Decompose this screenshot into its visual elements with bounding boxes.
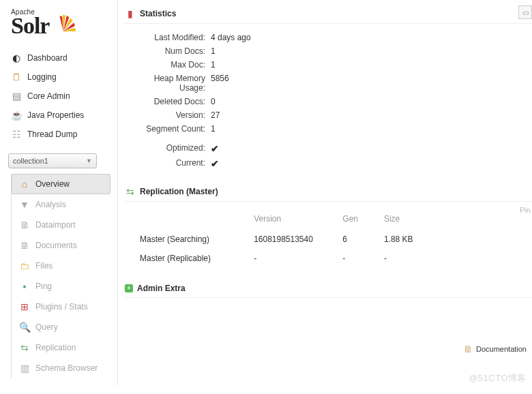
chevron-down-icon: ▼	[86, 157, 92, 164]
gauge-icon: ◐	[11, 52, 22, 63]
nav-core-admin[interactable]: ▤Core Admin	[8, 87, 110, 106]
documents-icon: 🗎	[19, 240, 30, 251]
nav-dashboard[interactable]: ◐Dashboard	[8, 48, 110, 67]
table-row: Master (Replicable) - - -	[137, 249, 428, 267]
ping-icon: ▪	[19, 281, 30, 292]
search-icon: 🔍	[19, 322, 30, 333]
table-row: Master (Searching) 1608198513540 6 1.88 …	[137, 230, 428, 248]
core-selector[interactable]: collection1 ▼	[8, 153, 97, 168]
submenu-overview[interactable]: ⌂Overview	[12, 174, 110, 194]
submenu-plugins[interactable]: ⊞Plugins / Stats	[12, 297, 110, 317]
core-selector-value: collection1	[13, 157, 48, 165]
stat-num-docs: 1	[211, 46, 216, 56]
submenu-analysis[interactable]: ▼Analysis	[12, 194, 110, 215]
threads-icon: ☷	[11, 129, 22, 140]
funnel-icon: ▼	[19, 199, 30, 210]
import-icon: 🗎	[19, 219, 30, 230]
logo-name: Solr	[11, 13, 49, 39]
server-icon: ▤	[11, 91, 22, 102]
admin-extra-title: Admin Extra	[137, 284, 186, 293]
submenu-ping[interactable]: ▪Ping	[12, 276, 110, 297]
submenu-documents[interactable]: 🗎Documents	[12, 235, 110, 256]
stat-optimized-check: ✔	[211, 143, 219, 154]
submenu-schema[interactable]: ▥Schema Browser	[12, 358, 110, 378]
watermark: @51CTO博客	[469, 372, 527, 384]
replication-table: Version Gen Size Master (Searching) 1608…	[136, 209, 429, 269]
pin-panel-stub: Pin	[518, 203, 532, 217]
statistics-title: Statistics	[140, 9, 176, 18]
submenu-query[interactable]: 🔍Query	[12, 317, 110, 337]
nav-java-properties[interactable]: ☕Java Properties	[8, 106, 110, 125]
replication-icon: ⇆	[19, 342, 30, 353]
stat-version: 27	[211, 110, 220, 120]
stat-segment: 1	[211, 124, 216, 134]
stat-deleted: 0	[211, 97, 216, 106]
submenu-replication[interactable]: ⇆Replication	[12, 337, 110, 358]
submenu-files[interactable]: 🗀Files	[12, 256, 110, 276]
stat-max-doc: 1	[211, 60, 216, 70]
main-menu: ◐Dashboard 🗒Logging ▤Core Admin ☕Java Pr…	[8, 48, 110, 144]
logo-prefix: Apache	[11, 8, 110, 16]
stat-heap: 5856	[211, 74, 229, 93]
core-submenu: ⌂Overview ▼Analysis 🗎Dataimport 🗎Documen…	[11, 174, 110, 378]
replication-title: Replication (Master)	[140, 187, 218, 196]
drive-icon: ▭	[522, 9, 529, 16]
stat-current-check: ✔	[211, 158, 219, 169]
java-icon: ☕	[11, 110, 22, 121]
home-icon: ⌂	[19, 179, 30, 190]
replication-head-icon: ⇆	[125, 186, 136, 197]
submenu-dataimport[interactable]: 🗎Dataimport	[12, 215, 110, 235]
instance-panel-stub: ▭	[518, 5, 532, 19]
clipboard-icon: 🗒	[11, 72, 22, 82]
replication-section: ⇆ Replication (Master) Version Gen Size …	[123, 183, 532, 269]
statistics-section: ▮ Statistics Last Modified:4 days ago Nu…	[123, 5, 532, 171]
admin-extra-section: + Admin Extra	[123, 281, 532, 298]
plus-icon: +	[125, 284, 133, 292]
plugin-icon: ⊞	[19, 301, 30, 312]
sunburst-icon	[50, 12, 76, 38]
doc-icon: 🗎	[462, 344, 473, 354]
nav-logging[interactable]: 🗒Logging	[8, 67, 110, 87]
nav-thread-dump[interactable]: ☷Thread Dump	[8, 125, 110, 144]
book-icon: ▥	[19, 363, 30, 374]
folder-icon: 🗀	[19, 260, 30, 271]
logo: Apache Solr	[11, 7, 110, 39]
chart-icon: ▮	[125, 8, 136, 19]
stat-last-modified: 4 days ago	[211, 33, 251, 42]
footer-documentation[interactable]: 🗎 Documentation	[462, 344, 527, 354]
